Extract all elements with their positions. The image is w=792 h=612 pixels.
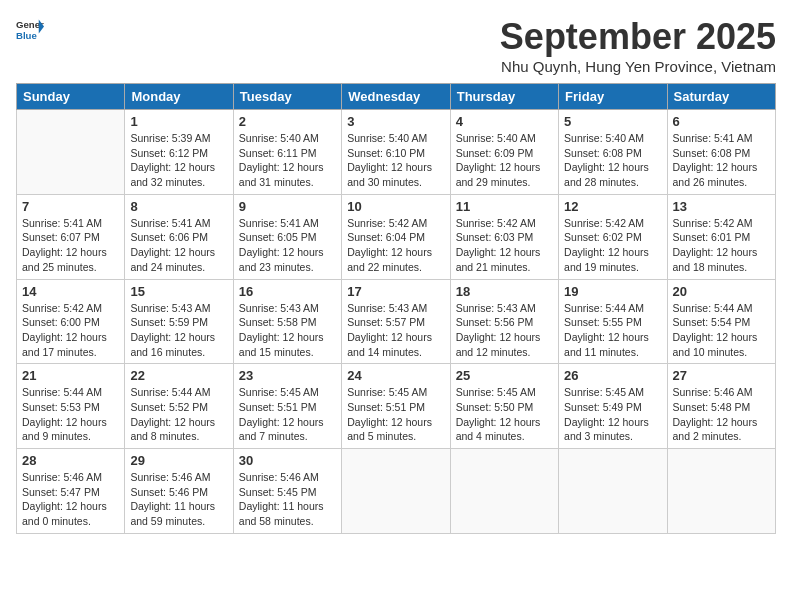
- calendar-cell: [559, 449, 667, 534]
- calendar-cell: 12Sunrise: 5:42 AM Sunset: 6:02 PM Dayli…: [559, 194, 667, 279]
- calendar-cell: [342, 449, 450, 534]
- day-number: 4: [456, 114, 553, 129]
- day-info: Sunrise: 5:40 AM Sunset: 6:08 PM Dayligh…: [564, 131, 661, 190]
- day-info: Sunrise: 5:44 AM Sunset: 5:55 PM Dayligh…: [564, 301, 661, 360]
- day-info: Sunrise: 5:46 AM Sunset: 5:45 PM Dayligh…: [239, 470, 336, 529]
- day-info: Sunrise: 5:42 AM Sunset: 6:01 PM Dayligh…: [673, 216, 770, 275]
- calendar-table: SundayMondayTuesdayWednesdayThursdayFrid…: [16, 83, 776, 534]
- calendar-cell: 17Sunrise: 5:43 AM Sunset: 5:57 PM Dayli…: [342, 279, 450, 364]
- day-info: Sunrise: 5:44 AM Sunset: 5:53 PM Dayligh…: [22, 385, 119, 444]
- day-info: Sunrise: 5:43 AM Sunset: 5:56 PM Dayligh…: [456, 301, 553, 360]
- day-info: Sunrise: 5:43 AM Sunset: 5:58 PM Dayligh…: [239, 301, 336, 360]
- day-number: 2: [239, 114, 336, 129]
- calendar-cell: 8Sunrise: 5:41 AM Sunset: 6:06 PM Daylig…: [125, 194, 233, 279]
- weekday-header-wednesday: Wednesday: [342, 84, 450, 110]
- day-info: Sunrise: 5:40 AM Sunset: 6:10 PM Dayligh…: [347, 131, 444, 190]
- calendar-cell: 19Sunrise: 5:44 AM Sunset: 5:55 PM Dayli…: [559, 279, 667, 364]
- day-info: Sunrise: 5:45 AM Sunset: 5:50 PM Dayligh…: [456, 385, 553, 444]
- month-title: September 2025: [500, 16, 776, 58]
- day-number: 9: [239, 199, 336, 214]
- weekday-header-tuesday: Tuesday: [233, 84, 341, 110]
- day-info: Sunrise: 5:45 AM Sunset: 5:49 PM Dayligh…: [564, 385, 661, 444]
- day-number: 15: [130, 284, 227, 299]
- weekday-header-friday: Friday: [559, 84, 667, 110]
- calendar-cell: 10Sunrise: 5:42 AM Sunset: 6:04 PM Dayli…: [342, 194, 450, 279]
- calendar-cell: [450, 449, 558, 534]
- calendar-cell: 7Sunrise: 5:41 AM Sunset: 6:07 PM Daylig…: [17, 194, 125, 279]
- calendar-cell: 3Sunrise: 5:40 AM Sunset: 6:10 PM Daylig…: [342, 110, 450, 195]
- calendar-cell: 29Sunrise: 5:46 AM Sunset: 5:46 PM Dayli…: [125, 449, 233, 534]
- weekday-header-sunday: Sunday: [17, 84, 125, 110]
- day-info: Sunrise: 5:39 AM Sunset: 6:12 PM Dayligh…: [130, 131, 227, 190]
- calendar-week-row: 28Sunrise: 5:46 AM Sunset: 5:47 PM Dayli…: [17, 449, 776, 534]
- calendar-cell: 26Sunrise: 5:45 AM Sunset: 5:49 PM Dayli…: [559, 364, 667, 449]
- logo-icon: General Blue: [16, 16, 44, 44]
- weekday-header-saturday: Saturday: [667, 84, 775, 110]
- calendar-cell: 21Sunrise: 5:44 AM Sunset: 5:53 PM Dayli…: [17, 364, 125, 449]
- day-info: Sunrise: 5:42 AM Sunset: 6:03 PM Dayligh…: [456, 216, 553, 275]
- calendar-cell: 30Sunrise: 5:46 AM Sunset: 5:45 PM Dayli…: [233, 449, 341, 534]
- calendar-cell: 28Sunrise: 5:46 AM Sunset: 5:47 PM Dayli…: [17, 449, 125, 534]
- day-number: 26: [564, 368, 661, 383]
- day-number: 3: [347, 114, 444, 129]
- day-number: 19: [564, 284, 661, 299]
- calendar-cell: 5Sunrise: 5:40 AM Sunset: 6:08 PM Daylig…: [559, 110, 667, 195]
- day-number: 29: [130, 453, 227, 468]
- day-info: Sunrise: 5:41 AM Sunset: 6:06 PM Dayligh…: [130, 216, 227, 275]
- calendar-cell: 6Sunrise: 5:41 AM Sunset: 6:08 PM Daylig…: [667, 110, 775, 195]
- calendar-cell: 13Sunrise: 5:42 AM Sunset: 6:01 PM Dayli…: [667, 194, 775, 279]
- weekday-header-monday: Monday: [125, 84, 233, 110]
- day-number: 13: [673, 199, 770, 214]
- calendar-cell: 23Sunrise: 5:45 AM Sunset: 5:51 PM Dayli…: [233, 364, 341, 449]
- day-number: 12: [564, 199, 661, 214]
- day-number: 8: [130, 199, 227, 214]
- calendar-cell: 27Sunrise: 5:46 AM Sunset: 5:48 PM Dayli…: [667, 364, 775, 449]
- day-info: Sunrise: 5:42 AM Sunset: 6:00 PM Dayligh…: [22, 301, 119, 360]
- calendar-week-row: 7Sunrise: 5:41 AM Sunset: 6:07 PM Daylig…: [17, 194, 776, 279]
- day-number: 27: [673, 368, 770, 383]
- calendar-cell: 4Sunrise: 5:40 AM Sunset: 6:09 PM Daylig…: [450, 110, 558, 195]
- calendar-cell: 2Sunrise: 5:40 AM Sunset: 6:11 PM Daylig…: [233, 110, 341, 195]
- calendar-cell: 18Sunrise: 5:43 AM Sunset: 5:56 PM Dayli…: [450, 279, 558, 364]
- day-number: 20: [673, 284, 770, 299]
- day-info: Sunrise: 5:41 AM Sunset: 6:08 PM Dayligh…: [673, 131, 770, 190]
- day-number: 30: [239, 453, 336, 468]
- day-info: Sunrise: 5:44 AM Sunset: 5:54 PM Dayligh…: [673, 301, 770, 360]
- day-number: 7: [22, 199, 119, 214]
- calendar-cell: [667, 449, 775, 534]
- day-info: Sunrise: 5:46 AM Sunset: 5:48 PM Dayligh…: [673, 385, 770, 444]
- day-number: 18: [456, 284, 553, 299]
- calendar-cell: 14Sunrise: 5:42 AM Sunset: 6:00 PM Dayli…: [17, 279, 125, 364]
- calendar-week-row: 1Sunrise: 5:39 AM Sunset: 6:12 PM Daylig…: [17, 110, 776, 195]
- day-info: Sunrise: 5:40 AM Sunset: 6:11 PM Dayligh…: [239, 131, 336, 190]
- day-number: 24: [347, 368, 444, 383]
- calendar-cell: 15Sunrise: 5:43 AM Sunset: 5:59 PM Dayli…: [125, 279, 233, 364]
- weekday-header-row: SundayMondayTuesdayWednesdayThursdayFrid…: [17, 84, 776, 110]
- day-number: 17: [347, 284, 444, 299]
- day-info: Sunrise: 5:43 AM Sunset: 5:59 PM Dayligh…: [130, 301, 227, 360]
- calendar-cell: 20Sunrise: 5:44 AM Sunset: 5:54 PM Dayli…: [667, 279, 775, 364]
- day-number: 22: [130, 368, 227, 383]
- day-info: Sunrise: 5:45 AM Sunset: 5:51 PM Dayligh…: [347, 385, 444, 444]
- calendar-cell: 24Sunrise: 5:45 AM Sunset: 5:51 PM Dayli…: [342, 364, 450, 449]
- day-info: Sunrise: 5:42 AM Sunset: 6:04 PM Dayligh…: [347, 216, 444, 275]
- day-number: 6: [673, 114, 770, 129]
- calendar-cell: 11Sunrise: 5:42 AM Sunset: 6:03 PM Dayli…: [450, 194, 558, 279]
- day-info: Sunrise: 5:40 AM Sunset: 6:09 PM Dayligh…: [456, 131, 553, 190]
- weekday-header-thursday: Thursday: [450, 84, 558, 110]
- logo: General Blue: [16, 16, 44, 44]
- day-info: Sunrise: 5:41 AM Sunset: 6:05 PM Dayligh…: [239, 216, 336, 275]
- calendar-cell: 22Sunrise: 5:44 AM Sunset: 5:52 PM Dayli…: [125, 364, 233, 449]
- day-number: 1: [130, 114, 227, 129]
- day-number: 10: [347, 199, 444, 214]
- day-info: Sunrise: 5:42 AM Sunset: 6:02 PM Dayligh…: [564, 216, 661, 275]
- day-number: 25: [456, 368, 553, 383]
- day-info: Sunrise: 5:43 AM Sunset: 5:57 PM Dayligh…: [347, 301, 444, 360]
- calendar-cell: 1Sunrise: 5:39 AM Sunset: 6:12 PM Daylig…: [125, 110, 233, 195]
- title-block: September 2025 Nhu Quynh, Hung Yen Provi…: [500, 16, 776, 75]
- calendar-cell: 16Sunrise: 5:43 AM Sunset: 5:58 PM Dayli…: [233, 279, 341, 364]
- day-number: 5: [564, 114, 661, 129]
- day-number: 14: [22, 284, 119, 299]
- calendar-week-row: 14Sunrise: 5:42 AM Sunset: 6:00 PM Dayli…: [17, 279, 776, 364]
- day-number: 16: [239, 284, 336, 299]
